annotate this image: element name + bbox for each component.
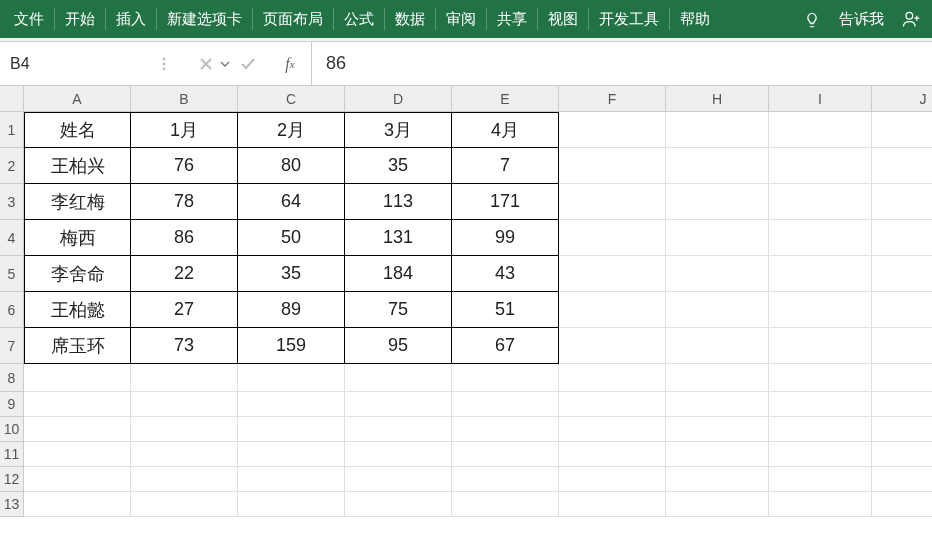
- row-header-11[interactable]: 11: [0, 442, 24, 467]
- cell-F6[interactable]: [559, 292, 666, 328]
- cell-B4[interactable]: 86: [131, 220, 238, 256]
- row-header-8[interactable]: 8: [0, 364, 24, 392]
- cell-I5[interactable]: [769, 256, 872, 292]
- ribbon-tab-11[interactable]: 帮助: [670, 2, 720, 37]
- cell-J9[interactable]: [872, 392, 932, 417]
- cell-F10[interactable]: [559, 417, 666, 442]
- cell-C7[interactable]: 159: [238, 328, 345, 364]
- cell-B13[interactable]: [131, 492, 238, 517]
- cell-H9[interactable]: [666, 392, 769, 417]
- cell-A8[interactable]: [24, 364, 131, 392]
- cell-D6[interactable]: 75: [345, 292, 452, 328]
- cell-F8[interactable]: [559, 364, 666, 392]
- tell-me[interactable]: 告诉我: [829, 2, 894, 37]
- cell-I4[interactable]: [769, 220, 872, 256]
- cell-C8[interactable]: [238, 364, 345, 392]
- cell-I8[interactable]: [769, 364, 872, 392]
- row-header-2[interactable]: 2: [0, 148, 24, 184]
- cell-D11[interactable]: [345, 442, 452, 467]
- cell-D10[interactable]: [345, 417, 452, 442]
- ribbon-tab-7[interactable]: 审阅: [436, 2, 486, 37]
- cell-D8[interactable]: [345, 364, 452, 392]
- ribbon-tab-0[interactable]: 文件: [4, 2, 54, 37]
- ribbon-tab-6[interactable]: 数据: [385, 2, 435, 37]
- cell-A13[interactable]: [24, 492, 131, 517]
- cell-C9[interactable]: [238, 392, 345, 417]
- cell-C2[interactable]: 80: [238, 148, 345, 184]
- cell-J13[interactable]: [872, 492, 932, 517]
- cell-B6[interactable]: 27: [131, 292, 238, 328]
- cell-C13[interactable]: [238, 492, 345, 517]
- ribbon-tab-9[interactable]: 视图: [538, 2, 588, 37]
- cell-F1[interactable]: [559, 112, 666, 148]
- ribbon-tab-8[interactable]: 共享: [487, 2, 537, 37]
- cell-A1[interactable]: 姓名: [24, 112, 131, 148]
- cell-H2[interactable]: [666, 148, 769, 184]
- cell-I12[interactable]: [769, 467, 872, 492]
- ribbon-tab-10[interactable]: 开发工具: [589, 2, 669, 37]
- cell-D9[interactable]: [345, 392, 452, 417]
- cell-B7[interactable]: 73: [131, 328, 238, 364]
- ribbon-tab-1[interactable]: 开始: [55, 2, 105, 37]
- cell-A11[interactable]: [24, 442, 131, 467]
- cell-B11[interactable]: [131, 442, 238, 467]
- formula-more-icon[interactable]: [143, 42, 185, 85]
- row-header-6[interactable]: 6: [0, 292, 24, 328]
- cell-H4[interactable]: [666, 220, 769, 256]
- cell-D1[interactable]: 3月: [345, 112, 452, 148]
- row-header-10[interactable]: 10: [0, 417, 24, 442]
- cell-I6[interactable]: [769, 292, 872, 328]
- cancel-icon[interactable]: [185, 42, 227, 85]
- cell-J8[interactable]: [872, 364, 932, 392]
- cell-C4[interactable]: 50: [238, 220, 345, 256]
- cell-C12[interactable]: [238, 467, 345, 492]
- ribbon-tab-4[interactable]: 页面布局: [253, 2, 333, 37]
- cell-B2[interactable]: 76: [131, 148, 238, 184]
- cell-C1[interactable]: 2月: [238, 112, 345, 148]
- cell-A4[interactable]: 梅西: [24, 220, 131, 256]
- row-header-13[interactable]: 13: [0, 492, 24, 517]
- cell-E1[interactable]: 4月: [452, 112, 559, 148]
- row-header-4[interactable]: 4: [0, 220, 24, 256]
- cell-B8[interactable]: [131, 364, 238, 392]
- cell-J7[interactable]: [872, 328, 932, 364]
- cell-H6[interactable]: [666, 292, 769, 328]
- cell-A2[interactable]: 王柏兴: [24, 148, 131, 184]
- cell-D3[interactable]: 113: [345, 184, 452, 220]
- cell-B10[interactable]: [131, 417, 238, 442]
- cell-I13[interactable]: [769, 492, 872, 517]
- select-all-corner[interactable]: [0, 86, 24, 112]
- cell-A12[interactable]: [24, 467, 131, 492]
- cell-C5[interactable]: 35: [238, 256, 345, 292]
- lightbulb-icon[interactable]: [795, 9, 829, 28]
- col-header-I[interactable]: I: [769, 86, 872, 112]
- cell-J6[interactable]: [872, 292, 932, 328]
- cell-H5[interactable]: [666, 256, 769, 292]
- cell-D2[interactable]: 35: [345, 148, 452, 184]
- cell-E11[interactable]: [452, 442, 559, 467]
- ribbon-tab-5[interactable]: 公式: [334, 2, 384, 37]
- cell-J5[interactable]: [872, 256, 932, 292]
- cell-I2[interactable]: [769, 148, 872, 184]
- cell-E9[interactable]: [452, 392, 559, 417]
- cell-D13[interactable]: [345, 492, 452, 517]
- sheet-grid[interactable]: ABCDEFHIJ 12345678910111213 姓名1月2月3月4月王柏…: [0, 86, 932, 543]
- cell-E2[interactable]: 7: [452, 148, 559, 184]
- cell-F4[interactable]: [559, 220, 666, 256]
- cell-J12[interactable]: [872, 467, 932, 492]
- cell-D7[interactable]: 95: [345, 328, 452, 364]
- cell-E3[interactable]: 171: [452, 184, 559, 220]
- cell-J3[interactable]: [872, 184, 932, 220]
- col-header-B[interactable]: B: [131, 86, 238, 112]
- cell-E10[interactable]: [452, 417, 559, 442]
- fx-icon[interactable]: fx: [269, 42, 311, 85]
- cell-J2[interactable]: [872, 148, 932, 184]
- cell-I7[interactable]: [769, 328, 872, 364]
- cell-I11[interactable]: [769, 442, 872, 467]
- cell-F12[interactable]: [559, 467, 666, 492]
- cell-H10[interactable]: [666, 417, 769, 442]
- cell-A9[interactable]: [24, 392, 131, 417]
- cell-B3[interactable]: 78: [131, 184, 238, 220]
- cell-H7[interactable]: [666, 328, 769, 364]
- cell-F13[interactable]: [559, 492, 666, 517]
